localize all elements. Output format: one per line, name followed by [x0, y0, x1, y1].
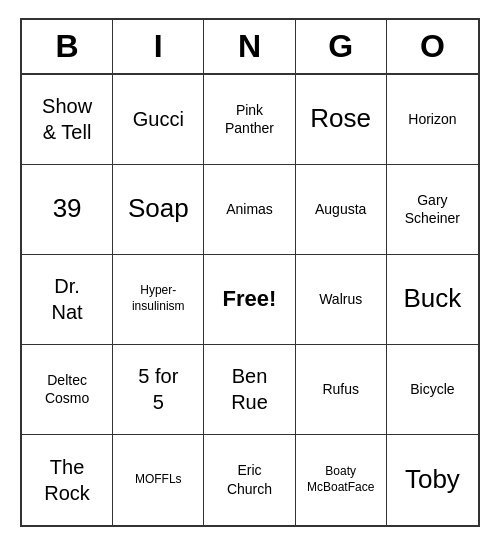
bingo-cell-22: EricChurch: [204, 435, 295, 525]
bingo-cell-6: Soap: [113, 165, 204, 255]
bingo-card: BINGO Show& TellGucciPinkPantherRoseHori…: [20, 18, 480, 527]
header-letter: N: [204, 20, 295, 73]
bingo-cell-19: Bicycle: [387, 345, 478, 435]
bingo-cell-13: Walrus: [296, 255, 387, 345]
bingo-cell-10: Dr.Nat: [22, 255, 113, 345]
bingo-cell-16: 5 for5: [113, 345, 204, 435]
bingo-cell-5: 39: [22, 165, 113, 255]
bingo-cell-21: MOFFLs: [113, 435, 204, 525]
bingo-cell-14: Buck: [387, 255, 478, 345]
header-letter: B: [22, 20, 113, 73]
bingo-cell-2: PinkPanther: [204, 75, 295, 165]
bingo-header: BINGO: [22, 20, 478, 75]
bingo-cell-9: GaryScheiner: [387, 165, 478, 255]
bingo-cell-1: Gucci: [113, 75, 204, 165]
bingo-cell-11: Hyper-insulinism: [113, 255, 204, 345]
bingo-cell-15: DeltecCosmo: [22, 345, 113, 435]
bingo-grid: Show& TellGucciPinkPantherRoseHorizon39S…: [22, 75, 478, 525]
bingo-cell-8: Augusta: [296, 165, 387, 255]
bingo-cell-24: Toby: [387, 435, 478, 525]
header-letter: O: [387, 20, 478, 73]
bingo-cell-4: Horizon: [387, 75, 478, 165]
header-letter: I: [113, 20, 204, 73]
bingo-cell-17: BenRue: [204, 345, 295, 435]
bingo-cell-18: Rufus: [296, 345, 387, 435]
bingo-cell-7: Animas: [204, 165, 295, 255]
bingo-cell-3: Rose: [296, 75, 387, 165]
bingo-cell-0: Show& Tell: [22, 75, 113, 165]
header-letter: G: [296, 20, 387, 73]
bingo-cell-20: TheRock: [22, 435, 113, 525]
bingo-cell-12: Free!: [204, 255, 295, 345]
bingo-cell-23: BoatyMcBoatFace: [296, 435, 387, 525]
